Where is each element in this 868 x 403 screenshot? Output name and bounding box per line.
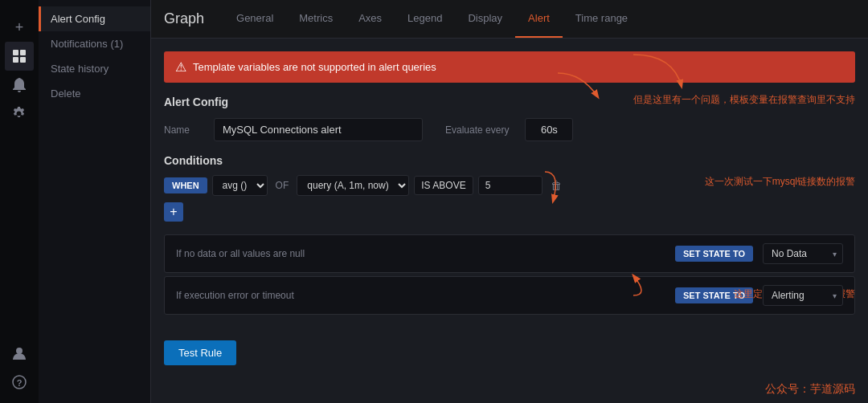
eval-label: Evaluate every: [445, 124, 509, 136]
plus-icon-btn[interactable]: +: [5, 13, 34, 42]
no-data-state-row: If no data or all values are null SET ST…: [164, 234, 855, 273]
add-condition-btn[interactable]: +: [164, 202, 183, 222]
tab-display[interactable]: Display: [455, 0, 515, 38]
bell-icon-btn[interactable]: [5, 71, 34, 100]
nav-delete[interactable]: Delete: [39, 81, 150, 106]
tab-alert[interactable]: Alert: [515, 0, 563, 38]
no-data-set-state-btn[interactable]: SET STATE TO: [675, 246, 753, 262]
sidebar: +: [0, 0, 39, 403]
add-condition-row: +: [164, 202, 855, 222]
name-row: Name Evaluate every: [164, 118, 855, 141]
exec-error-set-state-btn[interactable]: SET STATE TO: [675, 287, 753, 303]
top-bar: Graph General Metrics Axes Legend Displa…: [151, 0, 868, 39]
tab-legend[interactable]: Legend: [395, 0, 455, 38]
delete-condition-btn[interactable]: 🗑: [547, 176, 565, 195]
threshold-input[interactable]: [478, 176, 542, 195]
page-title: Graph: [164, 10, 204, 27]
exec-error-label: If execution error or timeout: [176, 290, 665, 301]
content-area: ⚠ Template variables are not supported i…: [151, 39, 868, 403]
warning-text: Template variables are not supported in …: [193, 61, 436, 73]
gear-icon-btn[interactable]: [5, 100, 34, 128]
help-icon-btn[interactable]: ?: [5, 368, 34, 397]
svg-rect-2: [13, 57, 18, 63]
svg-text:?: ?: [17, 378, 23, 388]
tab-general[interactable]: General: [223, 0, 286, 38]
svg-rect-3: [20, 57, 26, 63]
main-content: Graph General Metrics Axes Legend Displa…: [151, 0, 868, 403]
func-select[interactable]: avg (): [212, 175, 268, 196]
test-rule-wrapper: Test Rule: [164, 328, 855, 365]
tab-axes[interactable]: Axes: [346, 0, 395, 38]
of-label: OF: [272, 180, 293, 191]
conditions-section: Conditions WHEN avg () OF query (A, 1m, …: [164, 154, 855, 222]
no-data-state-select[interactable]: No Data Alerting OK Keep State: [763, 243, 843, 264]
watermark: 公众号：芋道源码: [765, 382, 855, 397]
exec-error-state-select[interactable]: Alerting No Data OK Keep State: [763, 285, 843, 306]
svg-point-4: [16, 348, 23, 354]
no-data-label: If no data or all values are null: [176, 248, 665, 259]
state-section: If no data or all values are null SET ST…: [164, 234, 855, 315]
no-data-select-wrapper: No Data Alerting OK Keep State ▾: [763, 243, 843, 264]
user-icon-btn[interactable]: [5, 339, 34, 368]
nav-notifications[interactable]: Notifications (1): [39, 31, 150, 56]
exec-error-state-row: If execution error or timeout SET STATE …: [164, 276, 855, 315]
grid-icon-btn[interactable]: [5, 42, 34, 71]
is-above-label: IS ABOVE: [414, 176, 473, 195]
when-badge: WHEN: [164, 177, 207, 193]
svg-rect-1: [20, 50, 26, 55]
test-rule-btn[interactable]: Test Rule: [164, 340, 236, 365]
nav-alert-config[interactable]: Alert Config: [39, 6, 150, 31]
eval-every-input[interactable]: [525, 118, 573, 141]
alert-config-section: Alert Config Name Evaluate every: [164, 96, 855, 141]
warning-icon: ⚠: [175, 59, 186, 75]
alert-config-title: Alert Config: [164, 96, 855, 108]
svg-rect-0: [13, 50, 18, 55]
exec-error-select-wrapper: Alerting No Data OK Keep State ▾: [763, 285, 843, 306]
name-label: Name: [164, 124, 204, 136]
warning-banner: ⚠ Template variables are not supported i…: [164, 51, 855, 83]
tab-metrics[interactable]: Metrics: [286, 0, 346, 38]
tab-list: General Metrics Axes Legend Display Aler…: [223, 0, 641, 38]
condition-row: WHEN avg () OF query (A, 1m, now) IS ABO…: [164, 175, 855, 196]
watermark-text: 公众号：芋道源码: [765, 382, 855, 395]
query-select[interactable]: query (A, 1m, now): [297, 175, 409, 196]
tab-time-range[interactable]: Time range: [563, 0, 641, 38]
nav-state-history[interactable]: State history: [39, 56, 150, 81]
conditions-title: Conditions: [164, 154, 855, 167]
alert-name-input[interactable]: [214, 118, 423, 141]
left-nav-panel: Alert Config Notifications (1) State his…: [39, 0, 151, 403]
